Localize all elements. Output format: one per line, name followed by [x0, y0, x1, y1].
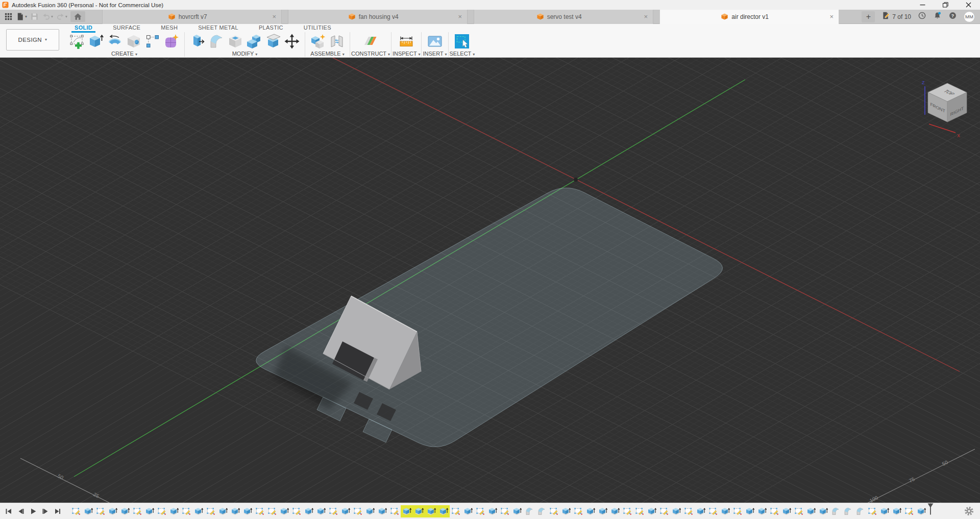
workspace-tab-surface[interactable]: SURFACE [110, 24, 143, 31]
timeline-feature-sketch[interactable] [733, 507, 742, 516]
timeline-feature-extrude[interactable] [745, 507, 754, 516]
document-tab[interactable]: servo test v4 × [474, 10, 653, 24]
save-icon[interactable] [30, 12, 39, 21]
press-pull-tool[interactable] [189, 33, 206, 50]
timeline-feature-extrude[interactable] [218, 507, 228, 516]
timeline-feature-sketch[interactable] [623, 507, 632, 516]
timeline-feature-extrude[interactable] [586, 507, 595, 516]
timeline-feature-sketch[interactable] [267, 507, 277, 516]
timeline-feature-sketch[interactable] [684, 507, 693, 516]
timeline-feature-fillet[interactable] [537, 507, 546, 516]
split-body-tool[interactable] [264, 33, 282, 50]
toolbar-group-label[interactable]: CREATE ▾ [65, 51, 183, 57]
timeline-feature-extrude[interactable] [672, 507, 681, 516]
timeline-position-marker[interactable] [927, 503, 934, 515]
workspace-tab-utilities[interactable]: UTILITIES [301, 24, 334, 31]
timeline-feature-sketch[interactable] [904, 507, 914, 516]
revolve-tool[interactable] [106, 33, 124, 50]
timeline-feature-sketch[interactable] [390, 507, 399, 516]
job-status-indicator[interactable]: 7 of 10 [881, 11, 911, 22]
timeline-feature-fillet[interactable] [831, 507, 840, 516]
timeline-feature-extrude[interactable] [917, 507, 926, 516]
close-tab-icon[interactable]: × [458, 13, 462, 20]
create-sketch-tool[interactable] [68, 33, 86, 50]
joint-tool[interactable] [328, 33, 346, 50]
timeline-feature-extrude[interactable] [721, 507, 730, 516]
timeline-feature-sketch[interactable] [451, 507, 460, 516]
timeline-feature-extrude[interactable] [231, 507, 240, 516]
timeline-feature-sketch[interactable] [133, 507, 142, 516]
insert-image-tool[interactable] [426, 33, 444, 50]
timeline-feature-extrude[interactable] [488, 507, 497, 516]
timeline-feature-sketch[interactable] [635, 507, 644, 516]
timeline-feature-extrude[interactable] [806, 507, 816, 516]
timeline-feature-sketch[interactable] [770, 507, 779, 516]
workspace-tab-sheet-metal[interactable]: SHEET METAL [195, 24, 241, 31]
new-component-tool[interactable] [309, 33, 327, 50]
timeline-feature-extrude[interactable] [819, 507, 828, 516]
timeline-feature-fillet[interactable] [525, 507, 534, 516]
timeline-step-forward-button[interactable] [42, 508, 49, 515]
timeline-feature-extrude[interactable] [463, 507, 473, 516]
minimize-button[interactable] [911, 0, 934, 10]
timeline-feature-sketch[interactable] [574, 507, 583, 516]
viewport-scene[interactable]: 50 25 100 75 50 [0, 58, 980, 503]
timeline-feature-fillet[interactable] [843, 507, 852, 516]
viewport-3d[interactable]: 50 25 100 75 50 [0, 58, 980, 503]
timeline-feature-sketch[interactable] [157, 507, 166, 516]
timeline-feature-sketch[interactable] [292, 507, 301, 516]
toolbar-group-label[interactable]: INSPECT ▾ [393, 51, 421, 57]
timeline-feature-sketch[interactable] [255, 507, 264, 516]
timeline-feature-sketch[interactable] [71, 507, 81, 516]
timeline-feature-extrude[interactable] [561, 507, 571, 516]
origin-point[interactable] [574, 178, 578, 182]
select-tool[interactable] [453, 33, 471, 50]
close-tab-icon[interactable]: × [272, 13, 276, 20]
timeline-feature-extrude[interactable] [782, 507, 791, 516]
extrude-tool[interactable] [87, 33, 105, 50]
notifications-bell-icon[interactable] [933, 11, 942, 22]
close-tab-icon[interactable]: × [829, 13, 834, 20]
close-button[interactable] [957, 0, 980, 10]
fillet-tool[interactable] [208, 33, 225, 50]
timeline-feature-sketch[interactable] [500, 507, 509, 516]
timeline-feature-sketch[interactable] [182, 507, 191, 516]
design-workspace-selector[interactable]: DESIGN ▾ [6, 29, 59, 51]
timeline-feature-extrude[interactable] [598, 507, 607, 516]
document-tab[interactable]: hovrcrft v7 × [102, 10, 282, 24]
document-tab[interactable]: fan housing v4 × [288, 10, 468, 24]
shell-tool[interactable] [227, 33, 244, 50]
timeline-feature-extrude[interactable] [757, 507, 767, 516]
timeline-feature-sketch[interactable] [794, 507, 803, 516]
timeline-feature-sketch[interactable] [206, 507, 215, 516]
timeline-feature-extrude[interactable] [892, 507, 901, 516]
undo-icon[interactable]: ▾ [42, 12, 53, 21]
timeline-feature-extrude[interactable] [169, 507, 179, 516]
timeline-play-button[interactable] [30, 508, 37, 515]
document-tab[interactable]: air director v1 × [659, 10, 839, 24]
view-cube[interactable]: Z X TOP FRONT RIGHT [922, 80, 967, 138]
create-form-tool[interactable] [163, 33, 180, 50]
timeline-feature-extrude[interactable] [108, 507, 117, 516]
timeline-feature-extrude[interactable] [880, 507, 889, 516]
timeline-feature-extrude[interactable] [243, 507, 252, 516]
timeline-feature-sketch[interactable] [476, 507, 485, 516]
file-new-icon[interactable]: ▾ [16, 12, 27, 21]
user-avatar[interactable]: MM [964, 11, 975, 22]
workspace-tab-plastic[interactable]: PLASTIC [256, 24, 286, 31]
combine-tool[interactable] [246, 33, 263, 50]
help-icon[interactable]: ? [948, 11, 957, 22]
timeline-feature-sketch[interactable] [868, 507, 877, 516]
toolbar-group-label[interactable]: INSERT ▾ [423, 51, 447, 57]
new-document-tab-button[interactable]: + [862, 11, 875, 22]
construct-plane-tool[interactable] [362, 33, 379, 50]
hole-tool[interactable] [125, 33, 142, 50]
timeline-feature-extrude[interactable] [439, 507, 448, 516]
timeline-feature-extrude[interactable] [414, 507, 424, 516]
timeline-feature-sketch[interactable] [353, 507, 362, 516]
workspace-tab-mesh[interactable]: MESH [158, 24, 181, 31]
timeline-settings-gear-icon[interactable] [964, 506, 974, 516]
timeline-go-to-start-button[interactable] [5, 508, 12, 515]
close-tab-icon[interactable]: × [644, 13, 648, 20]
restore-button[interactable] [934, 0, 957, 10]
